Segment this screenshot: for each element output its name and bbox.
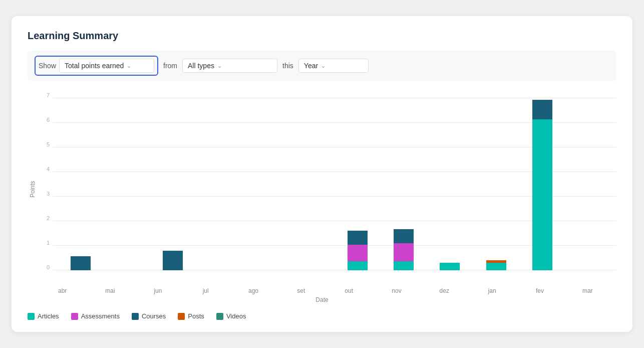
y-tick-label: 1 xyxy=(42,240,50,246)
from-value: All types xyxy=(188,62,214,70)
bar-segment-courses xyxy=(348,231,368,245)
from-label: from xyxy=(163,62,177,70)
bar-segment-articles xyxy=(394,261,414,270)
show-filter-highlight: Show Total points earned ⌄ xyxy=(35,56,158,76)
learning-summary-card: Learning Summary Show Total points earne… xyxy=(12,16,632,332)
show-chevron-icon: ⌄ xyxy=(127,63,131,69)
bar-segment-assessments xyxy=(348,245,368,261)
y-tick-label: 3 xyxy=(42,191,50,197)
legend-item-videos: Videos xyxy=(216,312,246,320)
bar-segment-assessments xyxy=(394,243,414,261)
bar-stack xyxy=(163,251,183,270)
show-select[interactable]: Total points earned ⌄ xyxy=(59,59,154,73)
x-label: dez xyxy=(421,287,468,294)
x-label: fev xyxy=(516,287,563,294)
legend-label-posts: Posts xyxy=(188,312,204,320)
x-label: ago xyxy=(229,287,277,294)
legend-label-courses: Courses xyxy=(142,312,166,320)
x-label: jun xyxy=(134,287,182,294)
bar-group xyxy=(473,260,519,270)
period-value: Year xyxy=(304,62,318,70)
show-value: Total points earned xyxy=(65,62,124,70)
x-label: set xyxy=(277,287,325,294)
y-tick-label: 6 xyxy=(42,117,50,123)
bar-stack xyxy=(348,231,368,270)
legend-color-courses xyxy=(132,313,139,320)
period-chevron-icon: ⌄ xyxy=(321,63,326,69)
bar-group xyxy=(58,256,104,270)
legend-label-assessments: Assessments xyxy=(81,312,120,320)
show-label: Show xyxy=(39,62,56,70)
y-tick-label: 5 xyxy=(42,142,50,147)
this-label: this xyxy=(282,62,293,70)
x-label: abr xyxy=(39,287,86,294)
legend-item-assessments: Assessments xyxy=(71,312,120,320)
bar-stack xyxy=(532,100,552,270)
x-label: mar xyxy=(564,287,611,294)
filter-bar: Show Total points earned ⌄ from All type… xyxy=(28,51,616,81)
bar-stack xyxy=(394,229,414,270)
from-select[interactable]: All types ⌄ xyxy=(182,59,277,73)
bar-group xyxy=(427,263,473,270)
bar-segment-courses xyxy=(71,256,91,270)
x-label: mai xyxy=(86,287,134,294)
y-tick-label: 4 xyxy=(42,166,50,172)
bar-segment-courses xyxy=(394,229,414,243)
bars-container xyxy=(53,93,616,270)
bar-segment-articles xyxy=(348,261,368,270)
x-label: jan xyxy=(468,287,516,294)
legend-item-courses: Courses xyxy=(132,312,166,320)
legend-color-articles xyxy=(28,313,35,320)
chart-grid-bars: 76543210 xyxy=(42,93,616,285)
legend-color-assessments xyxy=(71,313,78,320)
chart-area: Points 76543210 abrmaijunjulagosetoutnov… xyxy=(28,93,616,303)
legend-color-videos xyxy=(216,313,223,320)
period-select[interactable]: Year ⌄ xyxy=(298,59,369,73)
x-labels: abrmaijunjulagosetoutnovdezjanfevmar xyxy=(28,287,616,294)
legend-item-articles: Articles xyxy=(28,312,59,320)
x-label: out xyxy=(325,287,373,294)
y-tick-label: 7 xyxy=(42,93,50,98)
legend: ArticlesAssessmentsCoursesPostsVideos xyxy=(28,312,616,320)
bar-group xyxy=(519,100,565,270)
legend-item-posts: Posts xyxy=(178,312,204,320)
bar-segment-articles xyxy=(440,263,460,270)
legend-color-posts xyxy=(178,313,185,320)
x-label: nov xyxy=(373,287,420,294)
bar-group xyxy=(381,229,427,270)
card-title: Learning Summary xyxy=(28,30,616,42)
bar-stack xyxy=(440,263,460,270)
bar-segment-articles xyxy=(532,119,552,270)
from-chevron-icon: ⌄ xyxy=(217,63,222,69)
x-axis-title: Date xyxy=(28,296,616,303)
bar-segment-articles xyxy=(486,263,506,270)
bar-group xyxy=(335,231,381,270)
bar-stack xyxy=(71,256,91,270)
legend-label-videos: Videos xyxy=(226,312,246,320)
legend-label-articles: Articles xyxy=(38,312,59,320)
bar-segment-courses xyxy=(163,251,183,270)
y-axis-label: Points xyxy=(28,93,38,285)
bar-segment-courses xyxy=(532,100,552,119)
y-tick-label: 2 xyxy=(42,216,50,221)
bar-group xyxy=(150,251,196,270)
y-tick-label: 0 xyxy=(42,265,50,270)
bar-stack xyxy=(486,260,506,270)
x-label: jul xyxy=(182,287,229,294)
